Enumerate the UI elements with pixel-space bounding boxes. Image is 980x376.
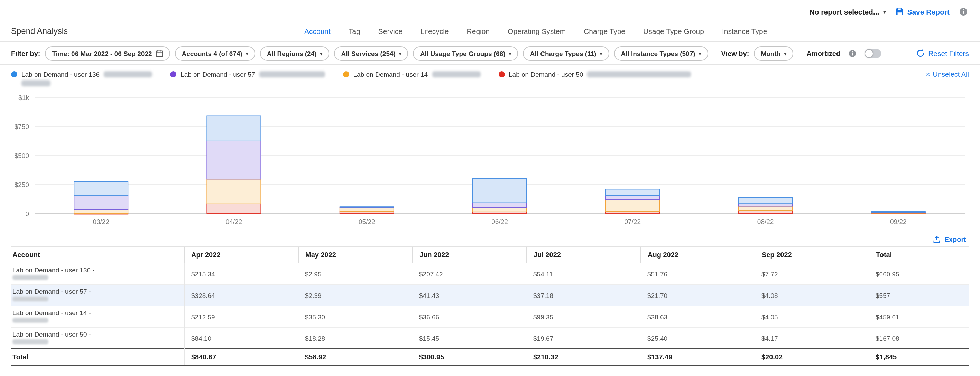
- table-row[interactable]: Lab on Demand - user 14 -$212.59$35.30$3…: [11, 306, 969, 327]
- tab-usage-type-group[interactable]: Usage Type Group: [643, 27, 704, 35]
- legend-label: Lab on Demand - user 14: [353, 70, 428, 78]
- bar-segment-lab-on-demand-user-136[interactable]: [739, 198, 792, 203]
- column-header-may-2022[interactable]: May 2022: [298, 246, 412, 263]
- x-axis-tick-label: 09/22: [890, 218, 907, 225]
- tab-charge-type[interactable]: Charge Type: [584, 27, 625, 35]
- column-header-account[interactable]: Account: [11, 246, 184, 263]
- x-axis-tick-label: 05/22: [359, 218, 375, 225]
- redacted-text: [104, 71, 152, 78]
- bar-segment-lab-on-demand-user-50[interactable]: [606, 211, 659, 214]
- amortized-toggle[interactable]: [864, 49, 881, 58]
- refresh-icon: [916, 49, 925, 57]
- tab-operating-system[interactable]: Operating System: [508, 27, 566, 35]
- column-header-aug-2022[interactable]: Aug 2022: [640, 246, 754, 263]
- bar-segment-lab-on-demand-user-57[interactable]: [74, 195, 128, 210]
- info-icon[interactable]: [849, 49, 856, 57]
- bar-segment-lab-on-demand-user-14[interactable]: [473, 208, 527, 212]
- filter-pill-label: Time: 06 Mar 2022 - 06 Sep 2022: [52, 49, 152, 57]
- column-header-apr-2022[interactable]: Apr 2022: [184, 246, 298, 263]
- view-by-value: Month: [761, 49, 781, 57]
- total-cell: $210.32: [526, 349, 640, 366]
- filter-pill-label: All Services (254): [341, 49, 395, 57]
- bar-segment-lab-on-demand-user-57[interactable]: [473, 203, 527, 208]
- legend-item-lab-on-demand-user-14[interactable]: Lab on Demand - user 14: [343, 70, 480, 86]
- total-cell: $20.02: [754, 349, 869, 366]
- unselect-all-button[interactable]: × Unselect All: [926, 70, 969, 78]
- bar-segment-lab-on-demand-user-57[interactable]: [207, 141, 261, 179]
- view-by-month-dropdown[interactable]: Month ▾: [754, 46, 793, 60]
- filter-pill-all-charge-types[interactable]: All Charge Types (11)▾: [523, 46, 609, 60]
- tab-lifecycle[interactable]: Lifecycle: [420, 27, 449, 35]
- filter-pills: Time: 06 Mar 2022 - 06 Sep 2022Accounts …: [45, 46, 708, 60]
- report-selector-label: No report selected...: [810, 8, 879, 16]
- column-header-sep-2022[interactable]: Sep 2022: [754, 246, 869, 263]
- column-header-total[interactable]: Total: [869, 246, 969, 263]
- table-cell: $328.64: [184, 284, 298, 306]
- report-selector-dropdown[interactable]: No report selected... ▾: [810, 8, 886, 16]
- filter-pill-label: All Usage Type Groups (68): [420, 49, 506, 57]
- save-report-button[interactable]: Save Report: [895, 8, 950, 16]
- filter-pill-accounts-4[interactable]: Accounts 4 (of 674)▾: [175, 46, 255, 60]
- bar-segment-lab-on-demand-user-14[interactable]: [74, 210, 128, 214]
- table-cell: $99.35: [526, 306, 640, 327]
- table-cell: $459.61: [869, 306, 969, 327]
- bar-segment-lab-on-demand-user-136[interactable]: [74, 181, 128, 195]
- y-axis-tick-label: 0: [25, 210, 29, 217]
- bar-segment-lab-on-demand-user-57[interactable]: [739, 203, 792, 206]
- x-axis-tick-label: 08/22: [757, 218, 774, 225]
- tab-account[interactable]: Account: [304, 27, 331, 35]
- column-header-jun-2022[interactable]: Jun 2022: [412, 246, 526, 263]
- column-header-jul-2022[interactable]: Jul 2022: [526, 246, 640, 263]
- spend-table: AccountApr 2022May 2022Jun 2022Jul 2022A…: [11, 246, 969, 366]
- legend-label: Lab on Demand - user 50: [509, 70, 583, 78]
- legend-row: Lab on Demand - user 136Lab on Demand - …: [0, 65, 980, 88]
- filter-pill-all-services[interactable]: All Services (254)▾: [334, 46, 408, 60]
- table-cell: $2.95: [298, 263, 412, 284]
- legend-dot: [498, 71, 504, 78]
- reset-filters-button[interactable]: Reset Filters: [916, 49, 969, 57]
- bar-segment-lab-on-demand-user-50[interactable]: [739, 211, 792, 214]
- spend-chart: 0$250$500$750$1k03/2204/2205/2206/2207/2…: [0, 90, 980, 232]
- bar-segment-lab-on-demand-user-50[interactable]: [207, 204, 261, 214]
- tab-tag[interactable]: Tag: [348, 27, 360, 35]
- total-cell: $300.95: [412, 349, 526, 366]
- y-axis-tick-label: $1k: [18, 94, 29, 101]
- legend-item-lab-on-demand-user-57[interactable]: Lab on Demand - user 57: [170, 70, 325, 86]
- filter-pill-all-regions[interactable]: All Regions (24)▾: [260, 46, 329, 60]
- bar-segment-lab-on-demand-user-14[interactable]: [739, 206, 792, 211]
- bar-segment-lab-on-demand-user-57[interactable]: [606, 195, 659, 200]
- table-row[interactable]: Lab on Demand - user 50 -$84.10$18.28$15…: [11, 327, 969, 349]
- tab-service[interactable]: Service: [378, 27, 402, 35]
- filter-pill-time-06-mar-2022-06-sep-2022[interactable]: Time: 06 Mar 2022 - 06 Sep 2022: [45, 46, 170, 60]
- table-cell: $7.72: [754, 263, 869, 284]
- bar-segment-lab-on-demand-user-136[interactable]: [473, 179, 527, 203]
- filter-bar: Filter by: Time: 06 Mar 2022 - 06 Sep 20…: [0, 41, 980, 65]
- bar-segment-lab-on-demand-user-14[interactable]: [340, 207, 394, 211]
- table-cell: $41.43: [412, 284, 526, 306]
- y-axis-tick-label: $750: [14, 123, 29, 130]
- table-row[interactable]: Lab on Demand - user 57 -$328.64$2.39$41…: [11, 284, 969, 306]
- export-row: Export: [0, 234, 980, 246]
- table-cell: $167.08: [869, 327, 969, 349]
- tab-instance-type[interactable]: Instance Type: [722, 27, 767, 35]
- bar-segment-lab-on-demand-user-14[interactable]: [207, 179, 261, 203]
- chevron-down-icon: ▾: [399, 51, 401, 56]
- bar-segment-lab-on-demand-user-136[interactable]: [606, 189, 659, 195]
- chevron-down-icon: ▾: [699, 51, 701, 56]
- filter-pill-label: All Charge Types (11): [530, 49, 597, 57]
- legend-item-lab-on-demand-user-136[interactable]: Lab on Demand - user 136: [11, 70, 152, 86]
- filter-pill-all-instance-types[interactable]: All Instance Types (507)▾: [614, 46, 708, 60]
- bar-segment-lab-on-demand-user-136[interactable]: [872, 211, 925, 212]
- legend-item-lab-on-demand-user-50[interactable]: Lab on Demand - user 50: [498, 70, 691, 86]
- table-cell: $84.10: [184, 327, 298, 349]
- account-name: Lab on Demand - user 50 -: [13, 330, 178, 338]
- info-icon[interactable]: [959, 8, 967, 16]
- export-button[interactable]: Export: [933, 236, 966, 243]
- table-cell: $557: [869, 284, 969, 306]
- bar-segment-lab-on-demand-user-14[interactable]: [606, 200, 659, 211]
- bar-segment-lab-on-demand-user-136[interactable]: [207, 116, 261, 141]
- top-bar: No report selected... ▾ Save Report: [0, 0, 980, 21]
- tab-region[interactable]: Region: [467, 27, 490, 35]
- table-row[interactable]: Lab on Demand - user 136 -$215.34$2.95$2…: [11, 263, 969, 284]
- filter-pill-all-usage-type-groups[interactable]: All Usage Type Groups (68)▾: [413, 46, 519, 60]
